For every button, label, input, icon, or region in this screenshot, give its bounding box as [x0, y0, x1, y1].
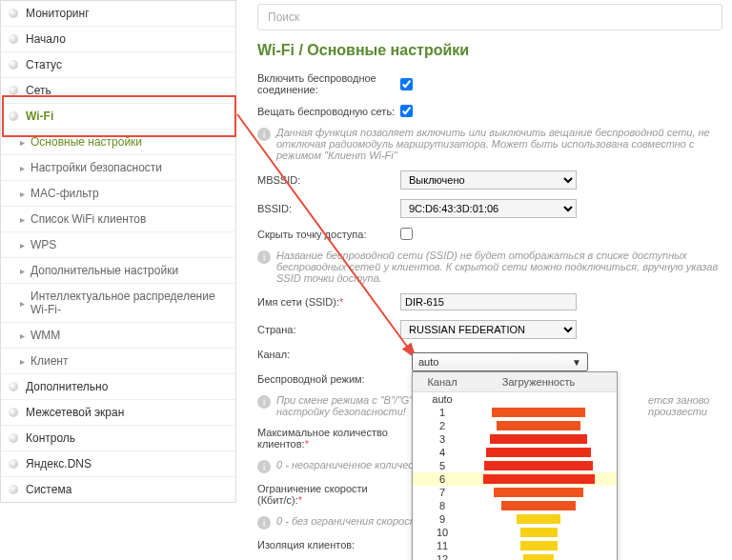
load-bar	[484, 461, 593, 470]
sidebar: Мониторинг Начало Статус Сеть Wi-Fi ▸Осн…	[0, 0, 236, 503]
hide-ap-label: Скрыть точку доступа:	[257, 229, 400, 240]
max-clients-label: Максимальное количество клиентов:*	[257, 427, 400, 450]
load-bar	[520, 528, 558, 537]
search-input[interactable]: Поиск	[257, 4, 722, 30]
nav-start[interactable]: Начало	[1, 27, 235, 52]
broadcast-checkbox[interactable]	[400, 105, 413, 117]
channel-select[interactable]: auto ▼	[412, 352, 588, 371]
bullet-icon	[9, 433, 18, 443]
chevron-right-icon: ▸	[20, 356, 25, 367]
channel-option-4[interactable]: 4	[413, 446, 617, 459]
load-bar	[497, 421, 580, 430]
bullet-icon	[9, 485, 18, 494]
chevron-right-icon: ▸	[20, 298, 25, 309]
bullet-icon	[9, 60, 18, 70]
nav-wifi-wps[interactable]: ▸WPS	[1, 232, 235, 258]
chevron-right-icon: ▸	[20, 214, 25, 225]
load-bar	[490, 434, 586, 444]
nav-advanced[interactable]: Дополнительно	[1, 374, 235, 400]
nav-wifi-advanced[interactable]: ▸Дополнительные настройки	[1, 258, 235, 284]
broadcast-hint: iДанная функция позволяет включить или в…	[257, 127, 722, 161]
speed-limit-label: Ограничение скорости (Кбит/c):*	[257, 483, 400, 506]
channel-option-10[interactable]: 10	[413, 526, 617, 539]
info-icon: i	[257, 395, 271, 409]
load-bar	[492, 408, 585, 417]
nav-network[interactable]: Сеть	[1, 78, 235, 104]
channel-option-3[interactable]: 3	[413, 432, 617, 446]
country-select[interactable]: RUSSIAN FEDERATION	[400, 320, 577, 339]
country-label: Страна:	[257, 324, 400, 335]
channel-option-7[interactable]: 7	[413, 486, 617, 499]
hide-ap-hint: iНазвание беспроводной сети (SSID) не бу…	[257, 250, 722, 284]
info-icon: i	[257, 128, 271, 141]
channel-option-12[interactable]: 12	[413, 552, 617, 560]
load-bar	[486, 448, 592, 457]
nav-status[interactable]: Статус	[1, 52, 235, 78]
info-icon: i	[257, 460, 271, 473]
channel-dropdown-list: Канал Загруженность auto1234567891011121…	[412, 371, 618, 560]
dropdown-header: Канал Загруженность	[413, 372, 617, 392]
bssid-select[interactable]: 9C:D6:43:3D:01:06	[400, 199, 577, 218]
ssid-input[interactable]	[400, 293, 577, 310]
nav-wifi-client[interactable]: ▸Клиент	[1, 349, 235, 374]
load-bar	[523, 554, 555, 560]
ssid-label: Имя сети (SSID):*	[257, 296, 400, 308]
mbssid-label: MBSSID:	[257, 174, 400, 186]
hide-ap-checkbox[interactable]	[400, 228, 413, 240]
bullet-icon	[9, 34, 18, 44]
enable-wireless-label: Включить беспроводное соединение:	[257, 72, 400, 95]
nav-wifi-wmm[interactable]: ▸WMM	[1, 323, 235, 349]
bullet-icon	[9, 86, 18, 95]
info-icon: i	[257, 516, 271, 530]
load-bar	[517, 514, 560, 524]
chevron-right-icon: ▸	[20, 189, 25, 199]
nav-wifi[interactable]: Wi-Fi	[1, 104, 235, 130]
chevron-right-icon: ▸	[20, 330, 25, 341]
load-bar	[520, 541, 558, 550]
nav-wifi-security[interactable]: ▸Настройки безопасности	[1, 155, 235, 181]
nav-yandex-dns[interactable]: Яндекс.DNS	[1, 451, 235, 477]
info-icon: i	[257, 250, 271, 264]
channel-option-6[interactable]: 6	[413, 472, 617, 486]
nav-control[interactable]: Контроль	[1, 426, 235, 451]
mbssid-select[interactable]: Выключено	[400, 170, 577, 190]
channel-option-8[interactable]: 8	[413, 499, 617, 512]
chevron-right-icon: ▸	[20, 266, 25, 276]
nav-wifi-mac[interactable]: ▸MAC-фильтр	[1, 181, 235, 207]
load-bar	[501, 501, 576, 510]
nav-wifi-basic[interactable]: ▸Основные настройки	[1, 130, 235, 155]
channel-option-9[interactable]: 9	[413, 512, 617, 526]
nav-monitoring[interactable]: Мониторинг	[1, 1, 235, 27]
channel-label: Канал:	[257, 349, 400, 360]
channel-option-5[interactable]: 5	[413, 459, 617, 472]
bullet-icon	[9, 111, 18, 121]
nav-system[interactable]: Система	[1, 477, 235, 502]
enable-wireless-checkbox[interactable]	[400, 78, 413, 90]
bullet-icon	[9, 408, 18, 417]
nav-firewall[interactable]: Межсетевой экран	[1, 400, 235, 426]
channel-option-1[interactable]: 1	[413, 406, 617, 419]
chevron-right-icon: ▸	[20, 137, 25, 148]
load-bar	[494, 488, 583, 497]
channel-option-11[interactable]: 11	[413, 539, 617, 552]
chevron-right-icon: ▸	[20, 240, 25, 250]
chevron-right-icon: ▸	[20, 163, 25, 173]
mode-label: Беспроводной режим:	[257, 373, 400, 385]
isolation-label: Изоляция клиентов:	[257, 539, 400, 550]
bullet-icon	[9, 459, 18, 469]
chevron-down-icon: ▼	[572, 357, 581, 368]
channel-option-2[interactable]: 2	[413, 419, 617, 432]
nav-wifi-smart[interactable]: ▸Интеллектуальное распределение Wi-Fi-	[1, 284, 235, 323]
load-bar	[483, 474, 595, 484]
channel-option-auto[interactable]: auto	[413, 392, 617, 406]
bssid-label: BSSID:	[257, 203, 400, 214]
nav-wifi-clients[interactable]: ▸Список WiFi клиентов	[1, 207, 235, 232]
broadcast-label: Вещать беспроводную сеть:	[257, 106, 400, 117]
page-title: Wi-Fi / Основные настройки	[257, 42, 722, 59]
bullet-icon	[9, 9, 18, 18]
bullet-icon	[9, 382, 18, 391]
